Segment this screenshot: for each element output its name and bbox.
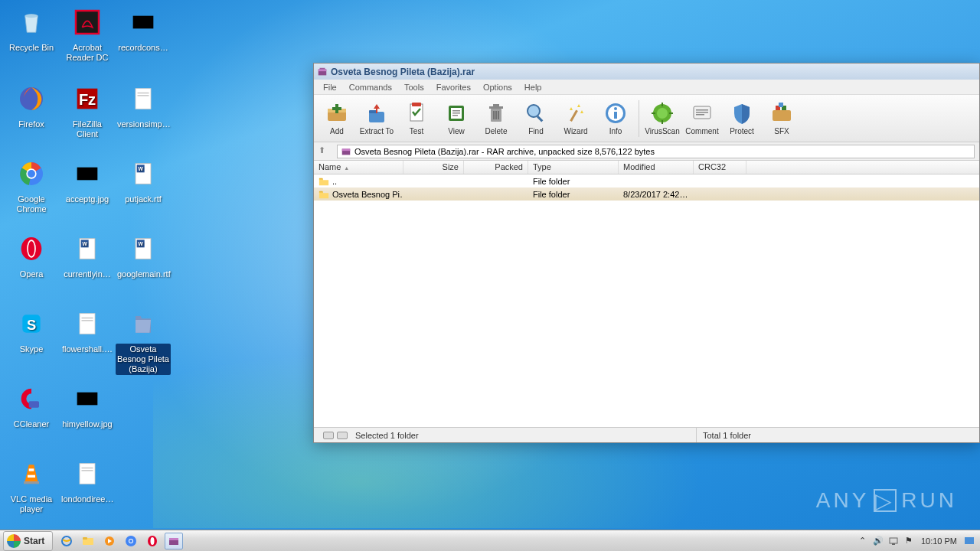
col-size[interactable]: Size [403, 161, 464, 174]
desktop-icon-acrobat[interactable]: Acrobat Reader DC [60, 4, 115, 64]
tray-chevron-icon[interactable]: ⌃ [857, 535, 869, 547]
desktop-icon-currentlyin[interactable]: Wcurrentlyin… [60, 230, 115, 280]
svg-rect-52 [452, 112, 460, 114]
toolbar-view[interactable]: View [436, 97, 476, 140]
wizard-icon [564, 101, 588, 126]
icon-label: CCleaner [4, 419, 59, 430]
svg-rect-72 [669, 112, 673, 114]
system-tray: ⌃ 🔊 ⚑ 10:10 PM [852, 535, 980, 547]
desktop-icon-versionsimp[interactable]: versionsimp… [116, 80, 171, 130]
svg-rect-39 [318, 69, 327, 71]
column-headers: Name Size Packed Type Modified CRC32 [314, 161, 979, 174]
tray-flag-icon[interactable]: ⚑ [903, 535, 915, 547]
opera-icon [13, 230, 50, 267]
col-packed[interactable]: Packed [464, 161, 528, 174]
toolbar-sfx[interactable]: SFX [762, 97, 802, 140]
icon-label: Skype [4, 344, 59, 355]
up-button[interactable]: ⬆ [318, 145, 331, 158]
toolbar-extract-to[interactable]: Extract To [357, 97, 397, 140]
svg-rect-51 [452, 110, 460, 112]
menu-commands[interactable]: Commands [343, 81, 398, 93]
file-row[interactable]: ..File folder [314, 174, 979, 187]
desktop-icon-himyellow[interactable]: himyellow.jpg [60, 380, 115, 430]
desktop-icon-vlc[interactable]: VLC media player [4, 455, 59, 515]
col-crc32[interactable]: CRC32 [694, 161, 746, 174]
tray-show-desktop[interactable] [963, 535, 975, 547]
desktop-icon-firefox[interactable]: Firefox [4, 80, 59, 130]
file-list: Name Size Packed Type Modified CRC32 ..F… [314, 161, 979, 427]
taskbar-chrome[interactable] [122, 533, 140, 549]
desktop-icon-recordcons[interactable]: recordcons… [116, 4, 171, 54]
file-row[interactable]: Osveta Besnog Pi…File folder8/23/2017 2:… [314, 187, 979, 201]
icon-label: Osveta Besnog Pileta (Bazija) [116, 344, 171, 375]
desktop-icon-putjack[interactable]: Wputjack.rtf [116, 155, 171, 205]
svg-text:S: S [27, 317, 36, 333]
menu-favorites[interactable]: Favorites [430, 81, 477, 93]
desktop-icon-flowershall[interactable]: flowershall.… [60, 305, 115, 355]
address-bar[interactable]: Osveta Besnog Pileta (Bazija).rar - RAR … [337, 145, 975, 158]
svg-rect-36 [82, 468, 93, 469]
desktop-icon-londondiree[interactable]: londondiree… [60, 455, 115, 505]
desktop-icon-skype[interactable]: SSkype [4, 305, 59, 355]
icon-label: londondiree… [60, 494, 115, 505]
toolbar-add[interactable]: Add [317, 97, 357, 140]
toolbar-test[interactable]: Test [397, 97, 436, 140]
toolbar-delete[interactable]: Delete [476, 97, 516, 140]
taskbar-player[interactable] [100, 533, 119, 549]
clock[interactable]: 10:10 PM [921, 536, 957, 546]
svg-rect-48 [412, 103, 421, 106]
toolbar-protect[interactable]: Protect [722, 97, 762, 140]
add-icon [325, 101, 349, 126]
menu-options[interactable]: Options [477, 81, 518, 93]
toolbar-info[interactable]: Info [596, 97, 635, 140]
menu-help[interactable]: Help [518, 81, 548, 93]
svg-rect-58 [495, 111, 497, 119]
col-modified[interactable]: Modified [619, 161, 694, 174]
icon-label: googlemain.rtf [116, 269, 171, 280]
toolbar-comment[interactable]: Comment [682, 97, 722, 140]
desktop-icon-googlemain[interactable]: Wgooglemain.rtf [116, 230, 171, 280]
taskbar-opera[interactable] [143, 533, 162, 549]
folder-icon [318, 176, 329, 187]
desktop-icon-acceptg[interactable]: acceptg.jpg [60, 155, 115, 205]
svg-rect-95 [892, 543, 895, 545]
desktop-icon-recycle-bin[interactable]: Recycle Bin [4, 4, 59, 54]
himyellow-icon [69, 380, 106, 417]
icon-label: currentlyin… [60, 269, 115, 280]
icon-label: flowershall.… [60, 344, 115, 355]
toolbar-virusscan[interactable]: VirusScan [642, 97, 682, 140]
tray-volume-icon[interactable]: 🔊 [872, 535, 884, 547]
toolbar-find[interactable]: Find [516, 97, 556, 140]
svg-rect-7 [138, 93, 149, 94]
menu-file[interactable]: File [317, 81, 343, 93]
taskbar-winrar[interactable] [165, 533, 183, 549]
desktop-icon-chrome[interactable]: Google Chrome [4, 155, 59, 215]
icon-label: himyellow.jpg [60, 419, 115, 430]
extract-to-icon [364, 101, 389, 126]
tray-network-icon[interactable] [887, 535, 900, 547]
svg-rect-71 [652, 112, 655, 114]
svg-rect-70 [662, 120, 663, 124]
svg-text:W: W [139, 166, 144, 171]
svg-rect-44 [332, 107, 341, 110]
svg-rect-55 [489, 106, 503, 109]
recordcons-icon [125, 4, 162, 41]
toolbar-wizard[interactable]: Wizard [556, 97, 596, 140]
col-type[interactable]: Type [528, 161, 619, 174]
taskbar-explorer[interactable] [79, 533, 97, 549]
col-name[interactable]: Name [314, 161, 403, 174]
delete-icon [484, 101, 508, 126]
titlebar[interactable]: Osveta Besnog Pileta (Bazija).rar [314, 64, 979, 80]
taskbar-ie[interactable] [57, 533, 76, 549]
desktop-icon-filezilla[interactable]: FzFileZilla Client [60, 80, 115, 140]
menu-tools[interactable]: Tools [398, 81, 430, 93]
virusscan-icon [650, 101, 675, 126]
desktop-icon-ccleaner[interactable]: CCleaner [4, 380, 59, 430]
pathbar: ⬆ Osveta Besnog Pileta (Bazija).rar - RA… [314, 142, 979, 161]
svg-rect-62 [570, 110, 578, 122]
start-button[interactable]: Start [3, 531, 53, 551]
desktop-icon-opera[interactable]: Opera [4, 230, 59, 280]
icon-label: Acrobat Reader DC [60, 42, 115, 64]
desktop-icon-osveta[interactable]: Osveta Besnog Pileta (Bazija) [116, 305, 171, 375]
sfx-icon [769, 101, 794, 126]
